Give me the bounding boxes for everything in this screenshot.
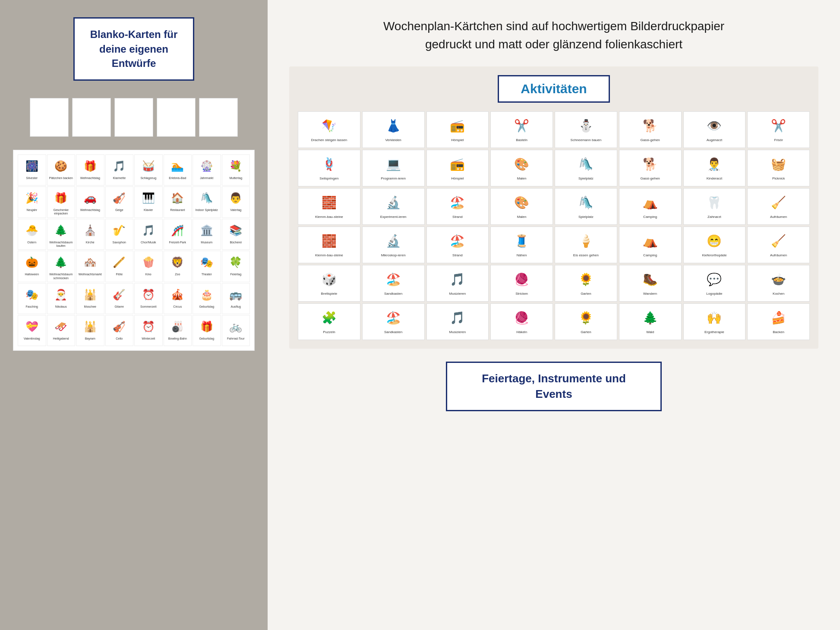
card-icon: 🌲: [51, 221, 70, 240]
akt-card: 🏖️ Strand: [426, 227, 489, 263]
akt-label: Puzzeln: [323, 330, 335, 334]
left-panel: Blanko-Karten für deine eigenen Entwürfe…: [0, 0, 268, 630]
card-icon: 💝: [22, 317, 41, 336]
akt-label: Camping: [643, 253, 657, 258]
card-item: 🕌 Moschee: [76, 283, 104, 314]
card-label: Nikolaus: [55, 305, 67, 309]
card-label: Geige: [115, 208, 123, 212]
card-icon: 🍀: [226, 253, 245, 272]
card-item: 🚌 Ausflug: [222, 283, 250, 314]
card-label: Geburtstag: [199, 337, 214, 340]
card-label: Klavier: [144, 208, 153, 212]
akt-icon: 🛝: [575, 191, 597, 214]
akt-card: 🌻 Garten: [555, 265, 617, 302]
card-icon: 🚌: [226, 285, 245, 304]
card-icon: 🏘️: [81, 253, 100, 272]
card-icon: 🎡: [197, 157, 216, 176]
card-item: 💐 Muttertag: [222, 154, 250, 186]
card-item: 🎅 Nikolaus: [47, 283, 76, 314]
akt-card: 🥾 Wandern: [619, 265, 682, 302]
card-icon: 🚗: [81, 189, 100, 208]
card-item: ⏰ Winterzeit: [134, 315, 163, 346]
akt-label: Brettspiele: [321, 292, 337, 296]
card-label: Cello: [116, 337, 123, 340]
card-item: 🎹 Klavier: [134, 186, 163, 218]
akt-card: 🍦 Eis essen gehen: [555, 227, 617, 263]
intro-text: Wochenplan-Kärtchen sind auf hochwertige…: [360, 17, 748, 54]
akt-card: ✂️ Frisör: [747, 111, 810, 148]
card-label: Fahrrad-Tour: [227, 337, 244, 340]
akt-label: Mikroskop-ieren: [381, 253, 406, 258]
akt-icon: 🐕: [639, 153, 661, 175]
akt-icon: 🏖️: [382, 268, 404, 290]
akt-card: 🧱 Klemm-bau-steine: [298, 227, 360, 263]
card-label: Weihnachtsbaum kaufen: [48, 241, 74, 248]
card-item: 👨 Vatertag: [222, 186, 250, 218]
card-icon: 🎁: [81, 157, 100, 176]
card-label: Winterzeit: [142, 337, 155, 340]
akt-label: Hörspiel: [451, 138, 464, 142]
card-label: Sommerzeit: [140, 305, 156, 309]
akt-card: 🏖️ Sandkasten: [362, 265, 425, 302]
akt-icon: ✂️: [767, 114, 790, 137]
aktivitaeten-section: Aktivitäten 🪁 Drachen steigen lassen 👗 V…: [289, 66, 818, 349]
card-icon: 🎂: [197, 285, 216, 304]
akt-icon: 🐕: [639, 114, 661, 137]
card-label: Ausflug: [231, 305, 241, 309]
akt-card: 🌲 Wald: [619, 303, 682, 340]
bottom-section-header: Feiertage, Instrumente und Events: [289, 362, 818, 411]
card-item: 🎵 Klarinette: [105, 154, 134, 186]
card-icon: 🕌: [81, 285, 100, 304]
akt-label: Kochen: [773, 292, 784, 296]
card-label: Heiligabend: [53, 337, 69, 340]
card-label: Ostern: [27, 241, 36, 244]
akt-label: Picknick: [772, 176, 785, 181]
card-item: 🍪 Plätzchen backen: [47, 154, 76, 186]
akt-card: 🎵 Musizieren: [426, 303, 489, 340]
aktivitaeten-title: Aktivitäten: [521, 82, 587, 96]
akt-icon: 💻: [382, 153, 404, 175]
akt-card: 🏖️ Sandkasten: [362, 303, 425, 340]
akt-icon: 🦷: [703, 191, 726, 214]
card-icon: 🎁: [197, 317, 216, 336]
akt-card: 📻 Hörspiel: [426, 150, 489, 186]
card-label: Neujahr: [26, 208, 37, 212]
bottom-box: Feiertage, Instrumente und Events: [446, 362, 662, 411]
card-item: 🌲 Weihnachtsbaum schmücken: [47, 251, 76, 282]
akt-icon: 🍲: [767, 268, 790, 290]
section-header: Aktivitäten: [298, 75, 810, 103]
card-icon: 🚲: [226, 317, 245, 336]
akt-icon: 🛝: [575, 153, 597, 175]
card-icon: 👨: [226, 189, 245, 208]
card-item: 🎷 Saxophon: [105, 219, 134, 250]
akt-label: Garten: [581, 292, 591, 296]
card-icon: 🥁: [139, 157, 158, 176]
card-label: Museum: [201, 241, 212, 244]
akt-icon: ⛄: [575, 114, 597, 137]
card-label: Bowling-Bahn: [168, 337, 187, 340]
akt-card: ✂️ Basteln: [490, 111, 553, 148]
akt-icon: ✂️: [511, 114, 533, 137]
akt-icon: 👁️: [703, 114, 726, 137]
blank-card-1: [30, 98, 69, 137]
akt-icon: 🎵: [446, 306, 469, 329]
card-icon: ⛪: [81, 221, 100, 240]
card-item: 🍀 Feiertag: [222, 251, 250, 282]
akt-card: 🐕 Gassi-gehen: [619, 150, 682, 186]
card-label: Schlagzeug: [140, 176, 156, 180]
card-icon: 🪈: [110, 253, 129, 272]
card-label: Halloween: [25, 273, 39, 276]
card-icon: 🏊: [168, 157, 187, 176]
card-label: Gitarre: [115, 305, 124, 309]
card-item: 🐣 Ostern: [18, 219, 46, 250]
akt-icon: 🔬: [382, 191, 404, 214]
akt-label: Sandkasten: [384, 330, 402, 334]
akt-label: Wandern: [643, 292, 657, 296]
akt-card: 🎨 Malen: [490, 188, 553, 225]
akt-card: 🐕 Gassi-gehen: [619, 111, 682, 148]
akt-icon: 🎨: [511, 191, 533, 214]
card-label: Weihnachtstag: [80, 208, 100, 212]
card-icon: ⏰: [139, 317, 158, 336]
card-item: 🎸 Gitarre: [105, 283, 134, 314]
akt-label: Malen: [517, 215, 527, 219]
